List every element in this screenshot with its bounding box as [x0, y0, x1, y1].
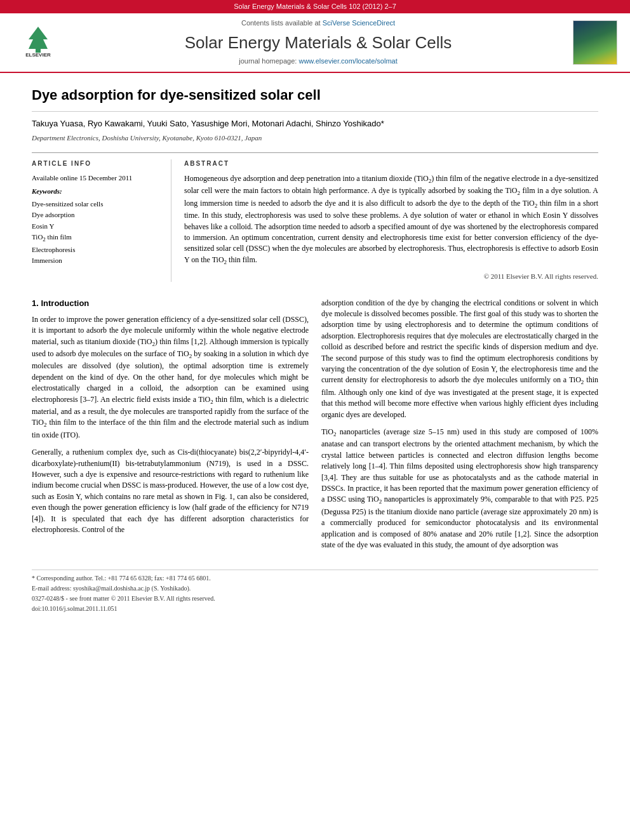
keywords-list: Dye-sensitized solar cells Dye adsorptio…	[32, 199, 161, 266]
footnote-corresponding: * Corresponding author. Tel.: +81 774 65…	[32, 574, 598, 583]
main-content: Dye adsorption for dye-sensitized solar …	[0, 73, 630, 628]
abstract-text: Homogeneous dye adsorption and deep pene…	[184, 173, 598, 267]
article-title: Dye adsorption for dye-sensitized solar …	[32, 86, 598, 112]
keyword-3: Eosin Y	[32, 222, 161, 231]
homepage-link[interactable]: www.elsevier.com/locate/solmat	[298, 57, 397, 65]
authors-line: Takuya Yuasa, Ryo Kawakami, Yuuki Sato, …	[32, 118, 598, 130]
svg-text:ELSEVIER: ELSEVIER	[25, 52, 51, 58]
intro-para-2: Generally, a ruthenium complex dye, such…	[32, 447, 309, 535]
right-para-1: adsorption condition of the dye by chang…	[321, 298, 598, 420]
journal-title: Solar Energy Materials & Solar Cells	[64, 31, 573, 54]
journal-thumbnail	[573, 20, 617, 65]
journal-header: ELSEVIER Contents lists available at Sci…	[0, 13, 630, 72]
journal-citation-text: Solar Energy Materials & Solar Cells 102…	[234, 3, 396, 10]
body-content: 1. Introduction In order to improve the …	[32, 298, 598, 557]
article-meta: ARTICLE INFO Available online 15 Decembe…	[32, 152, 598, 282]
keyword-4: TiO2 thin film	[32, 232, 161, 244]
homepage-text: journal homepage:	[239, 57, 297, 65]
intro-title-text: Introduction	[41, 298, 89, 308]
keyword-6: Immersion	[32, 256, 161, 265]
contents-text: Contents lists available at	[241, 19, 321, 27]
right-para-2: TiO2 nanoparticles (average size 5–15 nm…	[321, 427, 598, 550]
article-info-heading: ARTICLE INFO	[32, 159, 161, 168]
footnote-issn: 0327-0248/$ - see front matter © 2011 El…	[32, 594, 598, 603]
footnote-doi: doi:10.1016/j.solmat.2011.11.051	[32, 604, 598, 613]
sciverse-link[interactable]: SciVerse ScienceDirect	[323, 19, 395, 27]
authors-text: Takuya Yuasa, Ryo Kawakami, Yuuki Sato, …	[32, 119, 384, 128]
available-online: Available online 15 December 2011	[32, 173, 161, 183]
abstract-heading: ABSTRACT	[184, 159, 598, 168]
journal-header-center: Contents lists available at SciVerse Sci…	[64, 18, 573, 66]
intro-para-1: In order to improve the power generation…	[32, 314, 309, 441]
contents-available-line: Contents lists available at SciVerse Sci…	[64, 18, 573, 28]
keyword-2: Dye adsorption	[32, 210, 161, 220]
body-left-column: 1. Introduction In order to improve the …	[32, 298, 309, 557]
copyright-line: © 2011 Elsevier B.V. All rights reserved…	[184, 272, 598, 281]
homepage-line: journal homepage: www.elsevier.com/locat…	[64, 57, 573, 66]
affiliation: Department Electronics, Doshisha Univers…	[32, 133, 598, 143]
keyword-1: Dye-sensitized solar cells	[32, 199, 161, 209]
abstract-column: ABSTRACT Homogeneous dye adsorption and …	[184, 159, 598, 282]
intro-number: 1.	[32, 298, 39, 308]
intro-title: 1. Introduction	[32, 298, 309, 309]
keywords-label: Keywords:	[32, 187, 161, 196]
article-info-column: ARTICLE INFO Available online 15 Decembe…	[32, 159, 171, 282]
journal-citation-bar: Solar Energy Materials & Solar Cells 102…	[0, 0, 630, 13]
body-right-column: adsorption condition of the dye by chang…	[321, 298, 598, 557]
keyword-5: Electrophoresis	[32, 245, 161, 255]
footnotes-section: * Corresponding author. Tel.: +81 774 65…	[32, 570, 598, 613]
footnote-email: E-mail address: syoshika@mail.doshisha.a…	[32, 584, 598, 593]
elsevier-logo: ELSEVIER	[13, 23, 64, 62]
